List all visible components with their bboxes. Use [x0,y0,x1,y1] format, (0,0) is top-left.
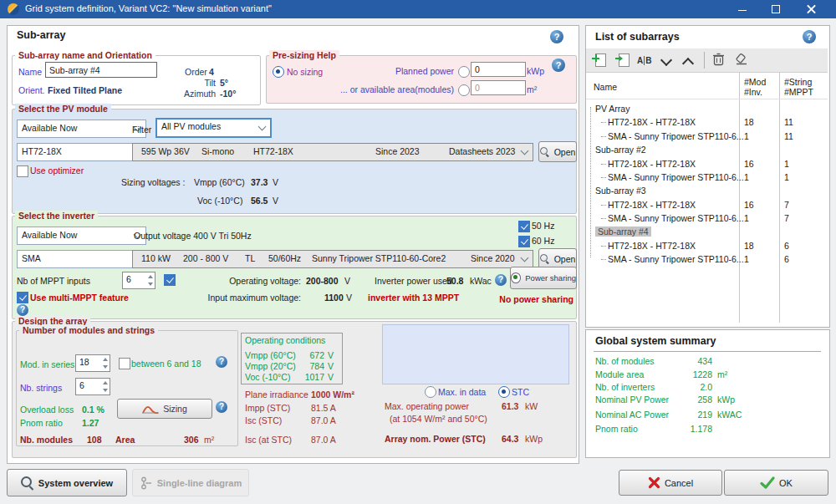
sizing-help-icon[interactable] [216,401,227,413]
pv-open-label: Open [554,147,576,157]
inverter-manufacturer-combo[interactable]: SMA [17,250,146,268]
mod-series-help-icon[interactable] [216,356,227,368]
duplicate-subarray-button[interactable] [615,53,630,68]
summary-value: 1228 [662,369,712,380]
no-sizing-radio[interactable] [273,66,284,78]
pv-module-combo[interactable]: 595 Wp 36V Si-mono HT72-18X Since 2023 D… [132,143,533,161]
mppt-inputs-stepper[interactable]: 6 [122,272,155,289]
inverter-help-icon[interactable] [17,304,28,316]
tilt-label: Tilt [167,78,216,89]
spin-down-icon[interactable] [103,389,108,392]
stc-radio-label: STC [512,387,529,398]
nb-strings-stepper[interactable]: 6 [75,378,110,395]
subarray-panel-title: Sub-array [17,30,65,41]
mppt-inputs-checkbox[interactable] [164,274,176,286]
ok-button[interactable]: OK [724,470,828,496]
spin-up-icon[interactable] [103,381,108,384]
pv-availability-value: Available Now [22,123,77,133]
magnifier-icon [540,254,550,264]
tree-item-group[interactable]: Sub-array #3 [595,186,646,196]
delete-subarray-button[interactable] [712,53,727,68]
power-used-value: 50.8 [446,276,463,287]
rename-subarray-button[interactable]: AB [637,56,652,71]
freq-50hz-checkbox[interactable] [518,221,530,232]
no-sizing-label: No sizing [287,67,323,78]
tree-item-module[interactable]: HT72-18X - HT72-18X [608,200,696,210]
tree-item-inverter[interactable]: SMA - Sunny Tripower STP110-6... [608,172,744,182]
maximize-button[interactable] [762,0,789,18]
operating-voltage-unit: V [344,276,350,287]
between-checkbox[interactable] [119,358,130,369]
subarray-name-input[interactable] [45,62,157,78]
available-area-radio[interactable] [458,84,470,96]
input-max-voltage-value: 1100 [324,293,344,303]
inverter-availability-combo[interactable]: Available Now [17,227,146,245]
spin-down-icon[interactable] [103,365,108,369]
stc-radio[interactable] [498,386,510,398]
summary-label: Nominal AC Power [595,410,669,420]
tree-item-inverter[interactable]: SMA - Sunny Tripower STP110-6... [608,131,744,141]
sizing-button[interactable]: Sizing [117,399,212,419]
tree-item-group[interactable]: Sub-array #2 [595,145,646,155]
available-area-input[interactable] [471,80,526,95]
eraser-icon [734,53,748,66]
multi-mppt-checkbox[interactable] [17,292,28,303]
power-sharing-button[interactable]: Power sharing [510,267,577,289]
tree-item-module[interactable]: HT72-18X - HT72-18X [608,117,696,127]
pv-availability-combo[interactable]: Available Now [17,120,146,138]
pv-open-button[interactable]: Open [538,141,577,162]
inverter-legend: Select the inverter [15,211,98,221]
cancel-button[interactable]: Cancel [619,470,722,496]
isc-stc-value: 87.0 A [311,415,336,426]
isc-at-stc-label: Isc (at STC) [245,435,292,445]
single-line-diagram-label: Single-line diagram [157,478,242,488]
add-subarray-button[interactable] [592,53,607,68]
cell-mod: 16 [744,200,754,210]
vmpp20-oc-unit: V [328,361,334,372]
multi-mppt-label: Use multi-MPPT feature [30,293,129,303]
freq-60hz-label: 60 Hz [532,236,554,247]
planned-power-radio[interactable] [458,66,470,78]
column-divider [739,72,740,323]
freq-60hz-checkbox[interactable] [518,236,530,247]
tree-item-group-selected[interactable]: Sub-array #4 [595,227,651,237]
column-header-inv[interactable]: #Inv. [744,87,762,98]
operating-voltage-value: 200-800 [306,276,339,287]
spin-up-icon[interactable] [103,358,108,361]
column-divider [779,72,780,323]
column-header-name[interactable]: Name [594,82,617,93]
power-used-help-icon[interactable] [495,274,507,286]
system-overview-button[interactable]: System overview [7,469,127,496]
magnifier-icon [540,147,550,157]
modules-strings-legend: Number of modules and strings [19,325,158,336]
pv-manufacturer-combo[interactable]: HT72-18X [17,143,146,161]
max-operating-power-label: Max. operating power [385,401,469,412]
ok-label: OK [779,478,793,488]
column-header-mppt[interactable]: #MPPT [784,87,813,98]
pv-filter-combo[interactable]: All PV modules [155,118,272,138]
subarray-help-icon[interactable] [550,30,563,43]
minimize-button[interactable] [729,0,756,18]
mod-series-stepper[interactable]: 18 [75,354,110,372]
pv-module-datasheet: Datasheets 2023 [449,146,515,156]
subarrays-list-help-icon[interactable] [803,30,816,43]
max-in-data-radio[interactable] [425,386,436,398]
tree-item-module[interactable]: HT72-18X - HT72-18X [608,241,696,251]
spin-up-icon[interactable] [148,275,153,278]
clear-subarray-button[interactable] [734,53,749,68]
spin-down-icon[interactable] [148,283,153,286]
tree-item-module[interactable]: HT72-18X - HT72-18X [608,159,696,169]
available-area-unit: m² [527,84,537,95]
planned-power-input[interactable] [471,62,526,77]
azimuth-value: -10° [220,89,236,99]
tree-item-inverter[interactable]: SMA - Sunny Tripower STP110-6... [608,213,744,223]
tree-item-inverter[interactable]: SMA - Sunny Tripower STP110-6... [608,254,744,264]
cancel-x-icon [648,476,660,489]
close-button[interactable] [798,0,824,18]
summary-unit: kWAC [717,410,742,420]
window-title: Grid system definition, Variant VC2: "Ne… [25,3,272,13]
inverter-model-combo[interactable]: 110 kW 200 - 800 V TL 50/60Hz Sunny Trip… [132,250,533,268]
presizing-help-icon[interactable] [552,59,565,72]
tree-item-group[interactable]: PV Array [595,104,630,114]
use-optimizer-checkbox[interactable] [17,165,28,177]
